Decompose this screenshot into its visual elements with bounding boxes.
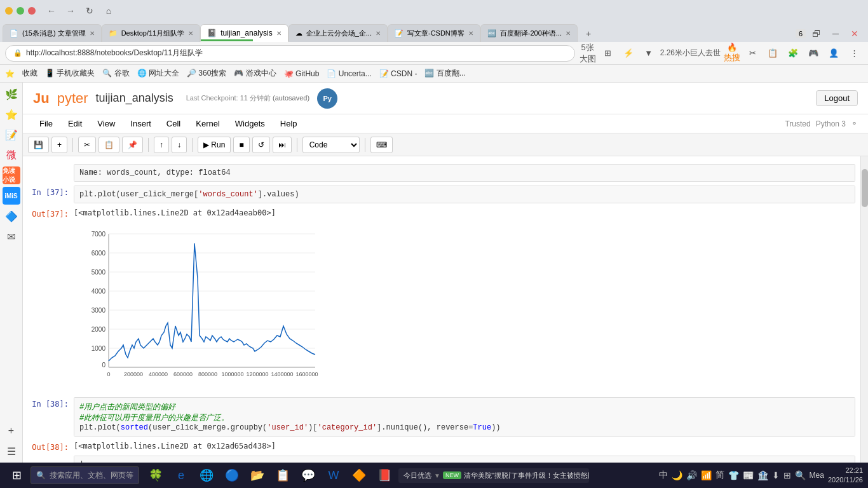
credit-icon[interactable]: 🏦 (757, 470, 768, 480)
network-icon[interactable]: 📶 (701, 470, 712, 480)
sidebar-icon-3[interactable]: 📝 (3, 126, 20, 144)
tab-baidu-translate[interactable]: 🔤 百度翻译-200种语... ✕ (480, 24, 578, 42)
cell-body-partial[interactable]: Name: words_count, dtype: float64 (74, 164, 855, 182)
bookmark-github[interactable]: 🐙 GitHub (284, 69, 320, 78)
news-icon-2[interactable]: 📰 (743, 470, 754, 480)
keyboard-button[interactable]: ⌨ (370, 137, 393, 153)
window-close-button[interactable]: ✕ (846, 25, 863, 42)
taskbar-app-edge[interactable]: 🌐 (195, 464, 218, 487)
cell-type-select[interactable]: Code Markdown Raw (302, 137, 360, 153)
taskbar-app-4[interactable]: 📂 (246, 464, 269, 487)
menu-cell[interactable]: Cell (160, 116, 187, 131)
copy-button[interactable]: 📋 (98, 137, 119, 153)
close-button[interactable] (28, 7, 36, 15)
taskbar-app-9[interactable]: 📕 (373, 464, 396, 487)
menu-widgets[interactable]: Widgets (229, 116, 271, 131)
volume-icon[interactable]: 🔊 (686, 470, 697, 480)
taskbar-app-wechat[interactable]: 💬 (297, 464, 320, 487)
maximize-button[interactable] (17, 7, 24, 15)
cell-body-next[interactable]: | (74, 456, 855, 463)
forward-button[interactable]: → (62, 3, 79, 19)
tab-enterprise[interactable]: ☁ 企业上云分会场_企... ✕ (288, 24, 388, 42)
tab-close-icon[interactable]: ✕ (90, 30, 95, 37)
start-button[interactable]: ⊞ (5, 464, 28, 487)
bookmark-uncerta[interactable]: 📄 Uncerta... (327, 69, 371, 78)
taskbar-icon-search2[interactable]: 🔍 (795, 470, 806, 480)
extension1[interactable]: ✂ (743, 44, 761, 62)
paste-button[interactable]: 📌 (122, 137, 143, 153)
sidebar-list-icon[interactable]: ☰ (3, 442, 20, 460)
back-button[interactable]: ← (43, 3, 60, 19)
tab-desktop[interactable]: 📁 Desktop/11月组队学 ✕ (102, 24, 201, 42)
menu-kernel[interactable]: Kernel (189, 116, 226, 131)
lightning-button[interactable]: ⚡ (620, 44, 637, 62)
grid-button[interactable]: ⊞ (599, 44, 617, 62)
restore-down-button[interactable]: 🗗 (808, 25, 825, 42)
bookmark-shoucan[interactable]: 收藏 (22, 68, 37, 79)
menu-view[interactable]: View (91, 116, 121, 131)
menu-file[interactable]: File (33, 116, 59, 131)
taskbar-app-3[interactable]: 🔵 (220, 464, 243, 487)
bookmark-games[interactable]: 🎮 游戏中心 (234, 68, 276, 79)
bookmark-baidu-trans[interactable]: 🔤 百度翻... (424, 68, 465, 79)
sidebar-icon-weibo[interactable]: 微 (3, 146, 20, 164)
move-up-button[interactable]: ↑ (154, 137, 169, 153)
window-minimize-button[interactable]: ─ (827, 25, 844, 42)
taskbar-search[interactable]: 🔍 搜索应用、文档、网页等 (31, 466, 139, 484)
sidebar-icon-book[interactable]: 免读小说 (3, 166, 20, 184)
sidebar-icon-5[interactable]: 🔷 (3, 207, 20, 225)
taskbar-app-ie[interactable]: e (170, 464, 193, 487)
sidebar-add-icon[interactable]: + (3, 422, 20, 440)
run-button[interactable]: ▶ Run (198, 137, 231, 153)
bookmark-360[interactable]: 🔎 360搜索 (187, 68, 226, 79)
bookmark-mobile[interactable]: 📱 手机收藏夹 (45, 68, 95, 79)
bookmark-wangzhi[interactable]: 🌐 网址大全 (137, 68, 179, 79)
cell-body-37[interactable]: plt.plot(user_click_merge['words_count']… (74, 186, 855, 203)
new-tab-button[interactable]: + (580, 25, 597, 42)
dropdown-button[interactable]: ▼ (640, 44, 658, 62)
taskbar-icon-misc[interactable]: ⊞ (783, 470, 791, 480)
tab-close-icon[interactable]: ✕ (566, 30, 571, 37)
logout-button[interactable]: Logout (816, 90, 858, 106)
tab-tuijian[interactable]: 📓 tuijian_analysis ✕ (200, 24, 288, 42)
zoom-button[interactable]: 5张大图 (579, 44, 597, 62)
input-method-icon[interactable]: 中 (659, 470, 668, 481)
sidebar-icon-1[interactable]: 🌿 (3, 85, 20, 103)
bookmark-google[interactable]: 🔍 谷歌 (102, 68, 129, 79)
notebook-title[interactable]: tuijian_analysis (96, 92, 173, 105)
hot-button[interactable]: 🔥热搜 (723, 44, 741, 62)
extension5[interactable]: 👤 (825, 44, 843, 62)
settings-button[interactable]: ⋮ (845, 44, 863, 62)
text-icon[interactable]: 简 (715, 470, 724, 481)
tab-close-icon[interactable]: ✕ (468, 30, 473, 37)
refresh-button[interactable]: ↻ (81, 3, 98, 19)
home-button[interactable]: ⌂ (100, 3, 117, 19)
sidebar-icon-imis[interactable]: iMiS (3, 187, 20, 205)
bookmark-csdn[interactable]: 📝 CSDN - (379, 69, 417, 78)
move-down-button[interactable]: ↓ (172, 137, 187, 153)
extension3[interactable]: 🧩 (784, 44, 802, 62)
tab-article-management[interactable]: 📄 (15条消息) 文章管理 ✕ (3, 24, 102, 42)
taskbar-app-word[interactable]: W (322, 464, 345, 487)
tab-close-icon[interactable]: ✕ (188, 30, 193, 37)
shirt-icon[interactable]: 👕 (728, 470, 739, 480)
taskbar-app-4leaf[interactable]: 🍀 (144, 464, 167, 487)
add-cell-button[interactable]: + (51, 137, 67, 153)
cell-body-38[interactable]: #用户点击的新闻类型的偏好 #此特征可以用于度量用户的兴趣是否广泛。 plt.p… (74, 397, 855, 437)
menu-edit[interactable]: Edit (62, 116, 88, 131)
download-icon[interactable]: ⬇ (772, 470, 780, 480)
interrupt-button[interactable]: ■ (233, 137, 249, 153)
sidebar-icon-2[interactable]: ⭐ (3, 105, 20, 123)
restart-button[interactable]: ↺ (252, 137, 270, 153)
minimize-button[interactable] (5, 7, 13, 15)
taskbar-app-8[interactable]: 🔶 (348, 464, 370, 487)
cut-button[interactable]: ✂ (78, 137, 96, 153)
tab-close-icon[interactable]: ✕ (276, 30, 281, 37)
scroll-thumb[interactable] (862, 169, 868, 207)
restart-run-button[interactable]: ⏭ (273, 137, 292, 153)
sidebar-icon-mail[interactable]: ✉ (3, 227, 20, 245)
address-bar[interactable]: 🔒 http://localhost:8888/notebooks/Deskto… (5, 45, 575, 62)
taskbar-news[interactable]: 今日优选 ▼ NEW 清华美院"摆脱门"事件升级！女主被愤怒网友狂怼+喷！ (398, 468, 589, 483)
tab-csdn-write[interactable]: 📝 写文章-CSDN博客 ✕ (388, 24, 480, 42)
menu-help[interactable]: Help (274, 116, 304, 131)
